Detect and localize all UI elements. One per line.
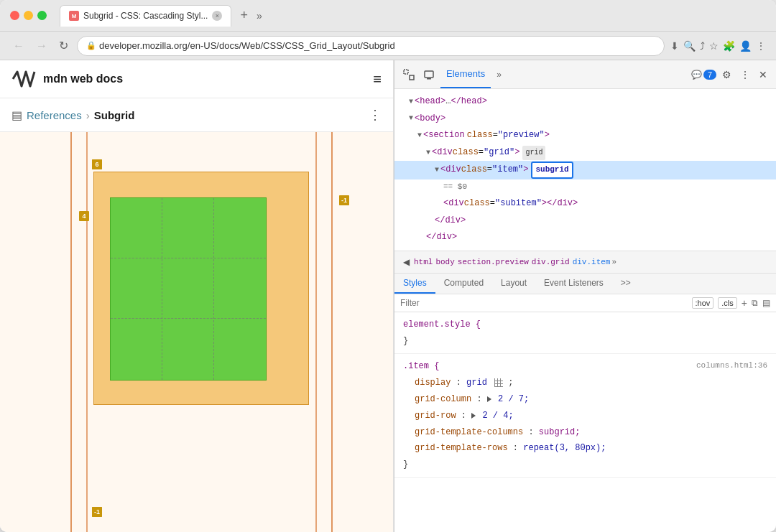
back-button[interactable]: ← (10, 38, 27, 54)
devtools-settings-button[interactable]: ⚙ (719, 66, 734, 83)
grid-dashed-line (111, 258, 266, 258)
forward-button[interactable]: → (33, 38, 50, 54)
outer-grid-box (93, 172, 309, 405)
more-tabs-button[interactable]: » (257, 10, 262, 22)
tree-node-subitem[interactable]: <div class="subitem" ></div> (394, 195, 776, 213)
tree-node-item-selected[interactable]: ▼ <div class="item" > subgrid (394, 161, 776, 179)
browser-window: M Subgrid - CSS: Cascading Styl... × + »… (0, 0, 776, 532)
close-window-button[interactable] (10, 11, 19, 20)
address-input[interactable]: 🔒 developer.mozilla.org/en-US/docs/Web/C… (77, 36, 665, 56)
grid-guide-line (331, 132, 333, 532)
device-toolbar-button[interactable] (420, 66, 438, 83)
sidebar-toggle-button[interactable]: ▤ (11, 108, 22, 122)
more-devtools-tabs[interactable]: » (494, 70, 504, 80)
grid-dashed-line (213, 198, 214, 380)
item-rule: .item { columns.html:36 display : grid ;… (394, 354, 776, 478)
breadcrumb-div-item[interactable]: div.item (573, 258, 611, 266)
rule-source[interactable]: columns.html:36 (696, 358, 767, 373)
grid-badge: grid (522, 146, 545, 160)
breadcrumb-back-button[interactable]: ◀ (400, 254, 412, 270)
grid-dashed-line (162, 198, 162, 380)
devtools-message-icon: 💬 (691, 70, 702, 80)
collapse-arrow[interactable]: ▼ (435, 164, 439, 177)
expand-arrow[interactable] (471, 413, 476, 419)
svg-rect-2 (425, 71, 433, 78)
computed-sidebar-button[interactable]: ▤ (762, 298, 770, 308)
add-style-rule-button[interactable]: + (742, 297, 747, 309)
hov-toggle[interactable]: :hov (692, 297, 714, 309)
tab-close-button[interactable]: × (212, 11, 222, 21)
rule-selector: element.style { (403, 319, 481, 330)
url-text: developer.mozilla.org/en-US/docs/Web/CSS… (99, 40, 395, 51)
breadcrumb-references[interactable]: References (27, 109, 82, 121)
share-button[interactable]: ⤴ (700, 40, 705, 52)
tab-favicon: M (69, 11, 79, 21)
breadcrumb-body[interactable]: body (435, 258, 454, 266)
traffic-lights (10, 11, 47, 20)
tree-node-head[interactable]: ▼ <head> … </head> (394, 93, 776, 111)
inspect-element-button[interactable] (400, 66, 417, 83)
devtools-panel: Elements » 💬 7 ⚙ ⋮ ✕ ▼ <head> … </head> (394, 60, 776, 532)
mdn-logo: mdn web docs (11, 69, 123, 89)
mdn-content: 1 2 3 4 5 6 -4 -3 -2 -1 (0, 132, 393, 532)
tab-event-listeners[interactable]: Event Listeners (535, 274, 612, 294)
maximize-window-button[interactable] (37, 11, 47, 20)
collapse-arrow[interactable]: ▼ (409, 112, 413, 125)
css-property-grid-column: grid-column : 2 / 7; (403, 391, 767, 408)
css-property-grid-template-rows: grid-template-rows : repeat(3, 80px); (403, 440, 767, 457)
styles-rules-area: element.style { } .item { columns.html:3… (394, 312, 776, 532)
new-tab-button[interactable]: + (236, 8, 252, 23)
tab-styles[interactable]: Styles (394, 274, 435, 294)
breadcrumb-html[interactable]: html (414, 258, 433, 266)
grid-layout-icon[interactable] (494, 378, 503, 387)
search-button[interactable]: 🔍 (683, 40, 696, 52)
hamburger-menu-button[interactable]: ≡ (373, 71, 382, 88)
profile-button[interactable]: 👤 (739, 40, 752, 52)
tree-node-dollar: == $0 (394, 179, 776, 195)
breadcrumb-more[interactable]: » (611, 258, 616, 266)
bookmark-button[interactable]: ☆ (709, 40, 719, 52)
tab-computed[interactable]: Computed (435, 274, 492, 294)
mdn-header: mdn web docs ≡ (0, 60, 393, 98)
copy-styles-button[interactable]: ⧉ (752, 298, 758, 308)
address-bar: ← → ↻ 🔒 developer.mozilla.org/en-US/docs… (0, 32, 776, 60)
collapse-arrow[interactable]: ▼ (409, 95, 413, 108)
tree-node-section[interactable]: ▼ <section class="preview" > (394, 127, 776, 144)
mdn-panel: mdn web docs ≡ ▤ References › Subgrid ⋮ (0, 60, 394, 532)
tab-layout[interactable]: Layout (492, 274, 535, 294)
grid-number: -1 (92, 507, 102, 517)
styles-filter-input[interactable] (400, 298, 688, 308)
tree-node-body[interactable]: ▼ <body> (394, 111, 776, 128)
menu-button[interactable]: ⋮ (756, 40, 766, 52)
browser-tab[interactable]: M Subgrid - CSS: Cascading Styl... × (60, 5, 231, 27)
elements-tab[interactable]: Elements (440, 60, 491, 88)
devtools-close-button[interactable]: ✕ (756, 66, 770, 83)
svg-rect-0 (404, 70, 408, 74)
inner-item-box (110, 197, 267, 381)
breadcrumb-section-preview[interactable]: section.preview (458, 258, 529, 266)
element-breadcrumb: ◀ html body section.preview div.grid div… (394, 251, 776, 274)
tab-bar: M Subgrid - CSS: Cascading Styl... × + » (60, 5, 766, 27)
mdn-logo-text: mdn web docs (43, 73, 123, 85)
extensions-button[interactable]: 🧩 (723, 40, 735, 52)
devtools-more-button[interactable]: ⋮ (737, 66, 753, 83)
collapse-arrow[interactable]: ▼ (417, 129, 422, 142)
breadcrumb-more-button[interactable]: ⋮ (369, 107, 382, 123)
grid-number: -1 (339, 195, 349, 205)
breadcrumb-div-grid[interactable]: div.grid (532, 258, 570, 266)
minimize-window-button[interactable] (24, 11, 33, 20)
tree-node-close-div: </div> (394, 213, 776, 230)
mdn-logo-mark (11, 69, 37, 89)
tab-title: Subgrid - CSS: Cascading Styl... (83, 11, 208, 21)
download-button[interactable]: ⬇ (670, 40, 679, 52)
cls-toggle[interactable]: .cls (718, 297, 737, 309)
reload-button[interactable]: ↻ (56, 37, 71, 54)
tab-more[interactable]: >> (612, 274, 639, 294)
tree-node-grid[interactable]: ▼ <div class="grid" > grid (394, 144, 776, 162)
svg-rect-1 (410, 75, 414, 80)
subgrid-badge[interactable]: subgrid (531, 162, 573, 179)
rule-selector: .item { (403, 361, 439, 371)
expand-arrow[interactable] (487, 396, 491, 402)
grid-guide-line (86, 132, 88, 532)
collapse-arrow[interactable]: ▼ (426, 146, 430, 159)
